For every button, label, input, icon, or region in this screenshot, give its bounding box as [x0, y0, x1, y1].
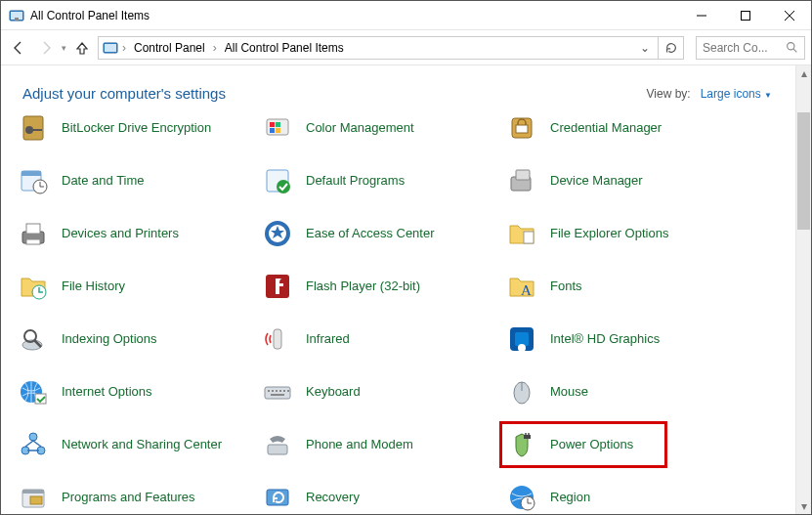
- devices-printers-icon: [17, 217, 50, 250]
- cp-item-bitlocker-drive-encryption[interactable]: BitLocker Drive Encryption: [17, 110, 261, 146]
- network-sharing-icon: [17, 428, 50, 461]
- window-title: All Control Panel Items: [30, 9, 150, 22]
- cp-item-credential-manager[interactable]: Credential Manager: [505, 110, 749, 146]
- address-dropdown[interactable]: ⌄: [636, 41, 654, 55]
- cp-item-power-options[interactable]: Power Options: [505, 427, 749, 462]
- navigation-bar: ▾ › Control Panel › All Control Panel It…: [1, 30, 811, 65]
- item-label: Credential Manager: [550, 121, 662, 136]
- svg-rect-22: [21, 171, 41, 176]
- file-history-icon: [17, 270, 50, 303]
- minimize-button[interactable]: [679, 1, 723, 29]
- cp-item-date-and-time[interactable]: Date and Time: [17, 163, 261, 198]
- address-bar[interactable]: › Control Panel › All Control Panel Item…: [98, 36, 659, 60]
- chevron-right-icon[interactable]: ›: [213, 41, 217, 55]
- color-management-icon: [261, 111, 294, 145]
- history-dropdown[interactable]: ▾: [62, 43, 66, 53]
- maximize-button[interactable]: [723, 1, 767, 29]
- cp-item-default-programs[interactable]: Default Programs: [261, 163, 505, 198]
- cp-item-fonts[interactable]: AFonts: [505, 269, 749, 304]
- item-label: Mouse: [550, 385, 588, 400]
- chevron-right-icon[interactable]: ›: [122, 41, 126, 55]
- breadcrumb-current[interactable]: All Control Panel Items: [221, 41, 348, 55]
- svg-rect-32: [26, 239, 40, 244]
- up-button[interactable]: [70, 36, 94, 60]
- search-icon: [786, 41, 798, 54]
- svg-point-27: [277, 180, 290, 193]
- recovery-icon: [261, 481, 294, 514]
- programs-features-icon: [17, 481, 50, 514]
- cp-item-programs-and-features[interactable]: Programs and Features: [17, 480, 261, 515]
- internet-options-icon: [17, 375, 50, 408]
- svg-rect-42: [274, 329, 281, 349]
- scroll-down-button[interactable]: ▾: [796, 498, 811, 514]
- cp-item-mouse[interactable]: Mouse: [505, 374, 749, 409]
- svg-rect-61: [268, 445, 287, 454]
- cp-item-flash-player-32-bit[interactable]: Flash Player (32-bit): [261, 269, 505, 304]
- item-label: Network and Sharing Center: [62, 438, 222, 452]
- item-label: Date and Time: [62, 174, 145, 189]
- control-panel-app-icon: [9, 8, 24, 23]
- cp-item-internet-options[interactable]: Internet Options: [17, 374, 261, 409]
- cp-item-network-and-sharing-center[interactable]: Network and Sharing Center: [17, 427, 261, 462]
- file-explorer-options-icon: [505, 217, 538, 250]
- breadcrumb-root[interactable]: Control Panel: [130, 41, 209, 55]
- item-label: Keyboard: [306, 385, 361, 400]
- item-label: Region: [550, 491, 590, 505]
- cp-item-infrared[interactable]: Infrared: [261, 322, 505, 357]
- cp-item-device-manager[interactable]: Device Manager: [505, 163, 749, 198]
- cp-item-intel-hd-graphics[interactable]: Intel® HD Graphics: [505, 322, 749, 357]
- cp-item-file-explorer-options[interactable]: File Explorer Options: [505, 216, 749, 251]
- item-label: Flash Player (32-bit): [306, 279, 420, 294]
- power-options-icon: [505, 428, 538, 461]
- svg-rect-52: [279, 390, 281, 392]
- control-panel-small-icon: [103, 40, 118, 56]
- svg-rect-44: [515, 332, 529, 346]
- fonts-icon: A: [505, 270, 538, 303]
- region-icon: [505, 481, 538, 514]
- item-label: Ease of Access Center: [306, 227, 435, 241]
- item-label: Programs and Features: [62, 491, 195, 505]
- items-area: BitLocker Drive EncryptionColor Manageme…: [1, 99, 795, 514]
- svg-text:A: A: [521, 282, 532, 298]
- item-label: Devices and Printers: [62, 227, 179, 241]
- cp-item-file-history[interactable]: File History: [17, 269, 261, 304]
- search-placeholder: Search Co...: [703, 41, 780, 55]
- cp-item-color-management[interactable]: Color Management: [261, 110, 505, 146]
- ease-of-access-icon: [261, 217, 294, 250]
- svg-rect-62: [524, 435, 531, 439]
- cp-item-devices-and-printers[interactable]: Devices and Printers: [17, 216, 261, 251]
- forward-button[interactable]: [34, 36, 58, 60]
- scroll-thumb[interactable]: [797, 112, 810, 230]
- cp-item-recovery[interactable]: Recovery: [261, 480, 505, 515]
- indexing-options-icon: [17, 322, 50, 356]
- scroll-up-button[interactable]: ▴: [796, 65, 811, 81]
- svg-line-10: [793, 49, 796, 52]
- svg-rect-8: [105, 44, 116, 52]
- item-label: Power Options: [550, 438, 633, 452]
- cp-item-phone-and-modem[interactable]: Phone and Modem: [261, 427, 505, 462]
- item-label: File Explorer Options: [550, 227, 668, 241]
- back-button[interactable]: [7, 36, 30, 60]
- svg-rect-4: [741, 11, 749, 20]
- svg-point-12: [25, 126, 33, 134]
- search-box[interactable]: Search Co...: [696, 36, 805, 60]
- cp-item-indexing-options[interactable]: Indexing Options: [17, 322, 261, 357]
- svg-rect-20: [516, 125, 528, 133]
- svg-rect-17: [270, 128, 275, 133]
- svg-rect-18: [276, 128, 280, 133]
- cp-item-ease-of-access-center[interactable]: Ease of Access Center: [261, 216, 505, 251]
- default-programs-icon: [261, 164, 294, 197]
- refresh-button[interactable]: [659, 36, 684, 60]
- vertical-scrollbar[interactable]: ▴ ▾: [795, 65, 811, 514]
- close-button[interactable]: [767, 1, 811, 29]
- cp-item-keyboard[interactable]: Keyboard: [261, 374, 505, 409]
- cp-item-region[interactable]: Region: [505, 480, 749, 515]
- credential-manager-icon: [505, 111, 538, 145]
- item-label: Internet Options: [62, 385, 152, 400]
- svg-rect-29: [516, 170, 530, 180]
- svg-rect-50: [272, 390, 274, 392]
- item-label: BitLocker Drive Encryption: [62, 121, 211, 136]
- device-manager-icon: [505, 164, 538, 197]
- keyboard-icon: [261, 375, 294, 408]
- intel-graphics-icon: [505, 322, 538, 356]
